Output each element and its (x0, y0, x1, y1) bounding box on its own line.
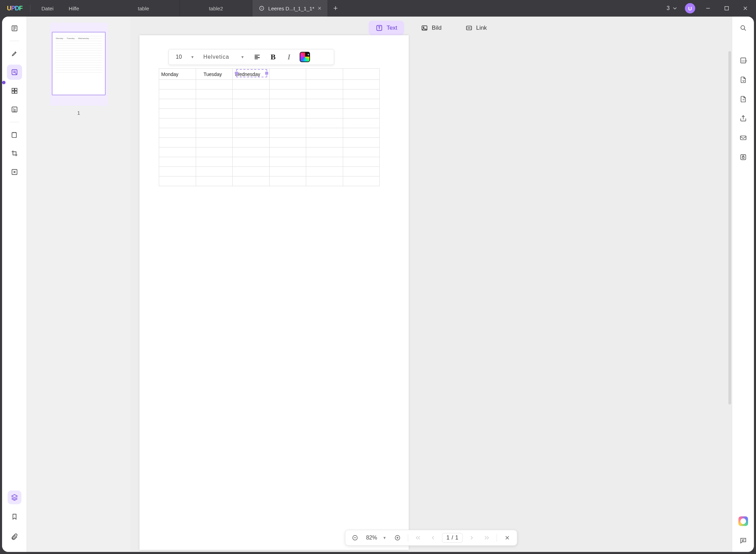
minimize-button[interactable] (702, 2, 714, 14)
table-cell[interactable] (306, 118, 343, 128)
zoom-in-button[interactable] (392, 532, 403, 543)
add-tab-button[interactable]: + (328, 0, 343, 17)
table-cell[interactable] (233, 147, 270, 157)
table-cell[interactable] (269, 128, 306, 138)
table-cell[interactable] (269, 157, 306, 167)
table-cell[interactable] (233, 99, 270, 109)
table-cell[interactable] (233, 138, 270, 147)
table-cell[interactable] (306, 80, 343, 89)
ocr-button[interactable]: OCR (737, 54, 750, 67)
bold-button[interactable]: B (266, 51, 280, 63)
table-cell[interactable] (196, 167, 233, 176)
table-cell[interactable] (196, 118, 233, 128)
table-cell[interactable] (269, 138, 306, 147)
table-cell[interactable] (343, 138, 380, 147)
crop-tool[interactable] (7, 146, 22, 161)
table-header-cell[interactable]: Wednesday (233, 69, 270, 80)
table-cell[interactable] (269, 89, 306, 99)
table-cell[interactable] (343, 80, 380, 89)
edit-text-button[interactable]: Text (369, 21, 404, 35)
zoom-out-button[interactable] (349, 532, 360, 543)
table-cell[interactable] (196, 128, 233, 138)
italic-button[interactable]: I (282, 51, 296, 63)
search-button[interactable] (737, 21, 750, 35)
table-cell[interactable] (306, 138, 343, 147)
reader-tool[interactable] (7, 21, 22, 36)
export-button[interactable] (737, 93, 750, 106)
organize-tool[interactable] (7, 83, 22, 98)
convert-button[interactable] (737, 73, 750, 86)
table-header-cell[interactable]: Tuesday (196, 69, 233, 80)
tab-table2[interactable]: table2 (180, 0, 252, 17)
table-cell[interactable] (233, 89, 270, 99)
layers-button[interactable] (8, 490, 21, 504)
edit-image-button[interactable]: Bild (414, 21, 448, 35)
table-header-cell[interactable] (269, 69, 306, 80)
email-button[interactable] (737, 131, 750, 144)
table-cell[interactable] (269, 167, 306, 176)
table-cell[interactable] (159, 167, 196, 176)
ai-assistant-button[interactable] (737, 515, 750, 528)
redact-tool[interactable] (7, 127, 22, 142)
table-cell[interactable] (343, 128, 380, 138)
table-cell[interactable] (343, 99, 380, 109)
prev-page-button[interactable] (427, 532, 438, 543)
table-cell[interactable] (159, 89, 196, 99)
table-cell[interactable] (159, 176, 196, 186)
align-button[interactable] (250, 51, 264, 63)
edit-link-button[interactable]: Link (458, 21, 494, 35)
protect-button[interactable] (737, 151, 750, 164)
table-cell[interactable] (269, 99, 306, 109)
table-cell[interactable] (306, 99, 343, 109)
table-cell[interactable] (196, 138, 233, 147)
tab-table[interactable]: table (107, 0, 180, 17)
table-cell[interactable] (196, 176, 233, 186)
table-cell[interactable] (343, 89, 380, 99)
menu-help[interactable]: Hilfe (61, 6, 87, 11)
font-size-select[interactable]: 10 ▼ (172, 51, 198, 63)
close-pagebar-button[interactable] (502, 532, 513, 543)
document-page[interactable]: MondayTuesdayWednesday (139, 35, 409, 550)
table-cell[interactable] (306, 157, 343, 167)
compress-tool[interactable] (7, 164, 22, 180)
font-family-select[interactable]: Helvetica ▼ (200, 51, 248, 63)
table-cell[interactable] (269, 147, 306, 157)
table-cell[interactable] (343, 167, 380, 176)
share-button[interactable] (737, 112, 750, 125)
bookmark-button[interactable] (7, 509, 22, 524)
next-page-button[interactable] (466, 532, 477, 543)
table-header-cell[interactable]: Monday (159, 69, 196, 80)
table-cell[interactable] (269, 176, 306, 186)
table-cell[interactable] (269, 80, 306, 89)
close-icon[interactable]: × (318, 5, 322, 12)
table-cell[interactable] (159, 99, 196, 109)
table-cell[interactable] (233, 167, 270, 176)
table-cell[interactable] (306, 176, 343, 186)
table-cell[interactable] (233, 80, 270, 89)
table-cell[interactable] (233, 128, 270, 138)
table-cell[interactable] (159, 118, 196, 128)
table-cell[interactable] (343, 118, 380, 128)
maximize-button[interactable] (721, 2, 733, 14)
table-cell[interactable] (196, 157, 233, 167)
table-cell[interactable] (269, 109, 306, 118)
table-cell[interactable] (159, 128, 196, 138)
tab-active[interactable]: Leeres D...t_1_1_1* × (252, 0, 328, 17)
form-tool[interactable] (7, 102, 22, 117)
table-cell[interactable] (196, 109, 233, 118)
table-cell[interactable] (159, 157, 196, 167)
table-cell[interactable] (196, 89, 233, 99)
table-cell[interactable] (196, 80, 233, 89)
table-cell[interactable] (159, 147, 196, 157)
menu-file[interactable]: Datei (34, 6, 61, 11)
first-page-button[interactable] (413, 532, 424, 543)
annotate-tool[interactable] (7, 46, 22, 61)
table-cell[interactable] (233, 109, 270, 118)
table-cell[interactable] (306, 167, 343, 176)
table-cell[interactable] (306, 147, 343, 157)
table-header-cell[interactable] (306, 69, 343, 80)
table-cell[interactable] (159, 138, 196, 147)
table-cell[interactable] (196, 99, 233, 109)
open-count[interactable]: 3 (667, 5, 678, 11)
table-cell[interactable] (343, 176, 380, 186)
